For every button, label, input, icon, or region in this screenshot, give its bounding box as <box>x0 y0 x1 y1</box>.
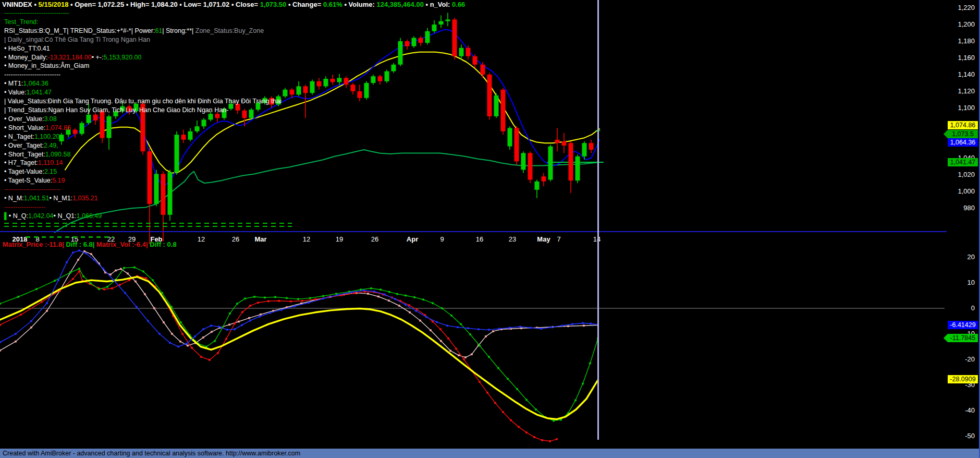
matrix-blue-marker <box>259 316 261 318</box>
axis-value-mark: 1,074.86 <box>948 121 978 129</box>
matrix-white-marker <box>109 274 112 276</box>
matrix-blue-marker <box>519 326 521 328</box>
matrix-red-marker <box>525 431 528 433</box>
axis-tick-label: 1,120 <box>942 87 975 95</box>
matrix-white-marker <box>83 250 85 252</box>
matrix-blue-marker <box>30 320 32 322</box>
indicator-header: Matrix_Price :-11.8| Diff : 6.8| Matrix_… <box>3 240 177 248</box>
info-line: • Short_Value:1,074.86 <box>4 124 281 132</box>
matrix-green-marker <box>405 295 407 297</box>
matrix-green-marker <box>450 315 452 317</box>
candle-down <box>562 141 567 146</box>
info-segment: 1,074.86 <box>45 124 71 131</box>
candle-up <box>364 83 369 98</box>
matrix-blue-marker <box>477 328 480 330</box>
matrix-red-marker <box>353 292 356 294</box>
matrix-green-marker <box>78 268 80 270</box>
matrix-white-line <box>0 251 598 357</box>
info-segment: • Over_Taget: <box>4 142 44 149</box>
matrix-red-marker <box>290 300 292 303</box>
matrix-white-marker <box>115 270 117 272</box>
indicator-header-segment: Matrix_Price :-11.8| <box>3 240 64 248</box>
matrix-white-marker <box>583 325 585 327</box>
candle-up <box>324 79 328 86</box>
info-segment: • Value: <box>4 89 26 96</box>
matrix-white-marker <box>449 350 451 352</box>
candle-up <box>371 76 376 83</box>
matrix-blue-marker <box>457 326 459 328</box>
matrix-blue-marker <box>102 268 104 270</box>
candle-down <box>351 85 356 91</box>
chart-cursor-line[interactable] <box>597 0 599 440</box>
info-segment: -13,321,184.00 <box>48 54 92 61</box>
matrix-blue-marker <box>269 312 271 314</box>
candle-up <box>521 153 526 170</box>
matrix-green-marker <box>69 272 71 274</box>
matrix-red-marker <box>217 352 219 354</box>
matrix-green-marker <box>507 378 509 380</box>
matrix-blue-marker <box>15 333 17 335</box>
matrix-white-marker <box>238 321 240 323</box>
candle-up <box>494 95 499 116</box>
matrix-white-marker <box>144 293 146 295</box>
axis-value-mark: -11.7845 <box>948 334 978 342</box>
matrix-red-marker <box>181 333 183 335</box>
matrix-blue-marker <box>85 252 87 255</box>
matrix-red-marker <box>301 300 303 302</box>
matrix-white-marker <box>464 356 467 358</box>
title-segment: 1,073.50 <box>260 1 287 8</box>
matrix-green-marker <box>123 267 125 269</box>
matrix-red-marker <box>314 298 316 300</box>
matrix-red-marker <box>209 359 211 361</box>
candle-down <box>358 91 362 98</box>
matrix-white-marker <box>458 354 460 356</box>
matrix-blue-marker <box>561 325 563 327</box>
matrix-red-marker <box>200 356 202 358</box>
matrix-green-marker <box>360 288 362 291</box>
matrix-white-marker <box>430 329 432 331</box>
matrix-white-marker <box>179 341 181 343</box>
matrix-green-marker <box>0 303 1 305</box>
matrix-white-marker <box>202 336 204 339</box>
info-segment: • Over_Value: <box>4 115 44 123</box>
matrix-green-marker <box>432 302 434 304</box>
matrix-green-marker <box>479 345 481 347</box>
axis-tick-label: 10 <box>942 279 975 286</box>
info-line: • N_M:1,041.51• N_M1:1,035.21 <box>4 194 281 203</box>
matrix-white-marker <box>409 311 411 314</box>
matrix-green-marker <box>422 299 424 301</box>
info-segment: 2.49, <box>44 142 58 149</box>
matrix-white-marker <box>471 353 473 355</box>
info-line: • Taget-S_Value:5.19 <box>4 176 281 185</box>
info-segment: 3.08 <box>44 115 56 123</box>
matrix-blue-marker <box>177 346 179 348</box>
mark-arrow-icon <box>944 130 948 138</box>
info-segment: • HeSo_TT:0.41 <box>4 45 50 52</box>
candle-down <box>481 65 485 75</box>
matrix-blue-marker <box>241 324 243 327</box>
candle-up <box>310 81 315 93</box>
matrix-blue-marker <box>322 298 324 300</box>
candle-down <box>330 79 335 82</box>
candle-up <box>439 21 444 25</box>
info-line: -------------------------- <box>4 185 281 194</box>
matrix-blue-marker <box>57 279 59 281</box>
matrix-white-marker <box>398 305 400 307</box>
info-line: ------------------- <box>4 203 281 212</box>
candle-down <box>501 90 506 131</box>
matrix-green-marker <box>229 312 231 315</box>
trend-divider-line <box>4 223 292 227</box>
info-segment: 1,066.49 <box>77 212 102 220</box>
matrix-blue-marker <box>210 325 212 327</box>
axis-value-mark: -6.41429 <box>948 321 978 329</box>
matrix-green-marker <box>441 307 443 309</box>
title-segment: • Change= <box>286 1 323 8</box>
matrix-green-marker <box>525 399 528 401</box>
info-line: • HeSo_TT:0.41 <box>4 44 281 53</box>
matrix-white-marker <box>485 335 487 338</box>
title-segment: VNINDEX <box>2 1 32 8</box>
candle-down <box>589 143 594 150</box>
info-segment: 1,035.21 <box>72 195 98 202</box>
matrix-red-marker <box>463 358 465 360</box>
matrix-green-marker <box>582 383 584 385</box>
